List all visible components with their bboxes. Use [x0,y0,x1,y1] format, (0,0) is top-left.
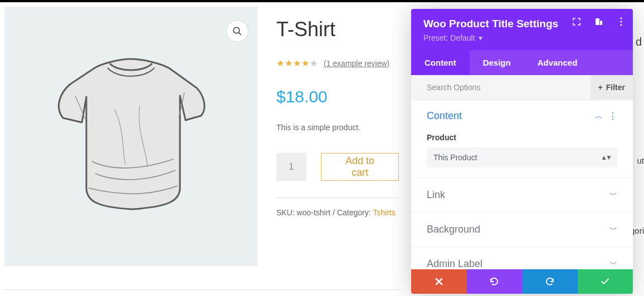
section-content: Content ︿ ⋮ Product This Product ▲▼ [411,100,633,178]
section-title: Admin Label [427,258,482,269]
zoom-button[interactable] [226,20,248,42]
tab-design[interactable]: Design [470,50,524,75]
caret-down-icon: ▾ [479,33,482,42]
panel-actions [411,269,633,294]
section-header-background[interactable]: Background ﹀ [427,224,617,235]
svg-point-6 [620,24,622,26]
panel-header: Woo Product Title Settings Preset: Defau… [411,9,633,50]
panel-body: Content ︿ ⋮ Product This Product ▲▼ Link… [411,100,633,269]
product-select[interactable]: This Product ▲▼ [427,147,617,167]
category-link[interactable]: Tshirts [373,208,395,217]
svg-rect-3 [600,21,602,25]
section-background: Background ﹀ [411,213,633,247]
section-header-content[interactable]: Content ︿ ⋮ [427,110,617,122]
responsive-icon[interactable] [594,17,604,27]
rating-stars: ★★★★★ [276,58,318,68]
svg-point-4 [620,17,622,19]
product-price: $18.00 [276,87,399,106]
product-field-label: Product [427,133,617,142]
filter-label: Filter [606,83,625,92]
sku-value: woo-tshirt [297,208,331,217]
check-icon [600,277,610,287]
filter-button[interactable]: + Filter [591,75,633,100]
product-description: This is a simple product. [276,123,399,132]
tab-advanced[interactable]: Advanced [524,50,591,75]
redo-icon [545,277,555,287]
save-button[interactable] [578,269,633,294]
section-admin-label: Admin Label ﹀ [411,247,633,269]
search-row: + Filter [411,75,633,100]
preset-label: Preset: Default [423,33,475,42]
section-title: Content [427,110,462,122]
product-image[interactable] [4,7,257,266]
section-header-admin-label[interactable]: Admin Label ﹀ [427,258,617,269]
section-title: Link [427,189,445,201]
product-tabs-strip [4,289,400,296]
svg-point-0 [233,27,240,33]
svg-rect-2 [596,18,599,25]
product-select-value: This Product [433,153,477,162]
product-meta: SKU: woo-tshirt / Category: Tshirts [276,208,399,217]
tab-content[interactable]: Content [411,50,470,75]
select-caret-icon: ▲▼ [601,154,611,161]
redo-button[interactable] [522,269,578,294]
tshirt-illustration [42,45,220,228]
section-header-link[interactable]: Link ﹀ [427,189,617,201]
chevron-down-icon: ﹀ [609,225,617,235]
chevron-down-icon: ﹀ [609,259,617,269]
kebab-icon[interactable] [616,17,626,27]
search-icon [232,26,242,36]
divider [276,198,399,198]
category-label: Category: [337,208,371,217]
undo-button[interactable] [467,269,523,294]
svg-line-1 [238,32,241,35]
settings-panel: Woo Product Title Settings Preset: Defau… [411,9,633,294]
undo-icon [489,277,499,287]
section-title: Background [427,224,480,235]
product-title: T-Shirt [276,18,399,41]
panel-tabs: Content Design Advanced [411,50,633,75]
sku-label: SKU: [276,208,295,217]
review-link[interactable]: (1 example review) [324,59,389,68]
product-info: T-Shirt ★★★★★ (1 example review) $18.00 … [276,18,399,217]
close-icon [435,278,443,285]
preset-selector[interactable]: Preset: Default ▾ [423,33,623,42]
search-options-input[interactable] [411,75,591,100]
bg-text: ut [637,156,644,165]
section-link: Link ﹀ [411,178,633,213]
quantity-input[interactable] [276,153,306,181]
section-kebab-icon[interactable]: ⋮ [608,111,617,121]
add-to-cart-button[interactable]: Add to cart [321,153,399,181]
bg-text: d [636,36,642,48]
cancel-button[interactable] [411,269,467,294]
chevron-down-icon: ﹀ [609,190,617,200]
expand-icon[interactable] [572,17,582,27]
chevron-up-icon: ︿ [595,111,603,121]
plus-icon: + [598,83,603,92]
svg-point-5 [620,21,622,22]
rating-row: ★★★★★ (1 example review) [276,58,399,68]
